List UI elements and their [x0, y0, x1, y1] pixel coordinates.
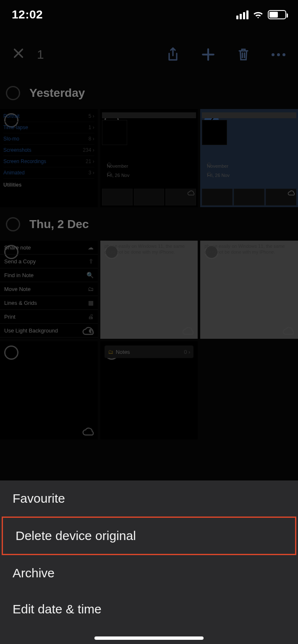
add-icon[interactable] [201, 47, 215, 62]
more-icon[interactable] [272, 53, 285, 56]
cellular-icon [236, 10, 248, 19]
section-header-yesterday[interactable]: Yesterday [0, 80, 298, 106]
media-types-preview: Portrait5 › Time-lapse1 › Slo-mo8 › Scre… [0, 109, 98, 207]
select-all-thu[interactable] [6, 217, 20, 231]
status-bar: 12:02 [0, 0, 298, 29]
grid-row-yesterday: Portrait5 › Time-lapse1 › Slo-mo8 › Scre… [0, 109, 298, 207]
battery-icon [268, 10, 286, 19]
photo-thumb[interactable] [0, 341, 98, 439]
section-title: Yesterday [29, 86, 85, 100]
wifi-icon [253, 10, 264, 19]
action-edit-date-time[interactable]: Edit date & time [0, 591, 298, 627]
close-button[interactable] [13, 47, 24, 62]
section-header-thu[interactable]: Thu, 2 Dec [0, 211, 298, 238]
cloud-icon [82, 326, 94, 335]
photo-thumb[interactable]: November Fri, 26 Nov [100, 109, 198, 207]
home-indicator[interactable] [94, 636, 204, 640]
action-delete-device-original[interactable]: Delete device original [2, 517, 296, 555]
link-preview-text: phone easily on Windows 11, the same cou… [204, 243, 294, 255]
action-favourite[interactable]: Favourite [0, 480, 298, 517]
share-icon[interactable] [166, 47, 180, 62]
folder-icon: 🗂 [108, 349, 113, 355]
photo-thumb[interactable]: Portrait5 › Time-lapse1 › Slo-mo8 › Scre… [0, 109, 98, 207]
select-all-yesterday[interactable] [6, 86, 20, 100]
photo-thumb[interactable]: phone easily on Windows 11, the same cou… [200, 241, 298, 339]
cloud-icon [182, 326, 194, 335]
cloud-icon [282, 326, 295, 335]
grid-row-thu-1: Share note☁ Send a Copy⇪ Find in Note🔍 M… [0, 241, 298, 339]
empty-cell [200, 341, 298, 439]
selection-toolbar: 1 [0, 38, 298, 71]
photo-thumb[interactable]: Share note☁ Send a Copy⇪ Find in Note🔍 M… [0, 241, 98, 339]
action-sheet: Favourite Delete device original Archive… [0, 480, 298, 644]
link-preview-text: phone easily on Windows 11, the same cou… [105, 243, 194, 255]
status-icons [236, 10, 286, 19]
notes-menu-preview: Share note☁ Send a Copy⇪ Find in Note🔍 M… [0, 241, 98, 339]
photo-thumb[interactable]: 🗂 Notes 0 › [100, 341, 198, 439]
photo-thumb-selected[interactable]: ✓ November Fri, 26 Nov [200, 109, 298, 207]
cloud-icon [82, 427, 94, 436]
selection-count: 1 [37, 47, 44, 62]
notes-folder-row: 🗂 Notes 0 › [105, 345, 194, 358]
trash-icon[interactable] [236, 47, 251, 62]
grid-row-thu-2: 🗂 Notes 0 › [0, 341, 298, 439]
select-ring[interactable] [4, 345, 18, 360]
action-archive[interactable]: Archive [0, 555, 298, 591]
status-time: 12:02 [12, 8, 43, 21]
photo-thumb[interactable]: phone easily on Windows 11, the same cou… [100, 241, 198, 339]
section-title: Thu, 2 Dec [29, 218, 89, 231]
